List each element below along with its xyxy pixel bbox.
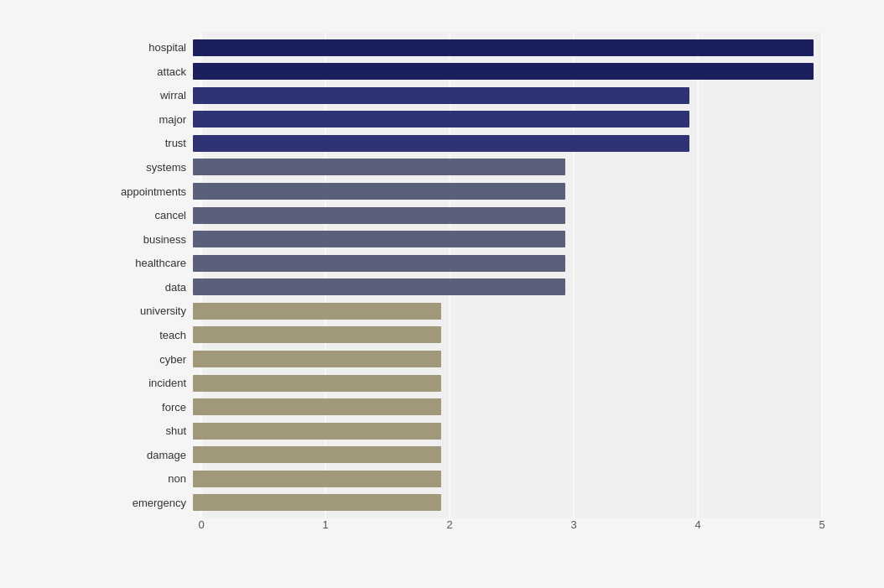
bar-label: force	[101, 401, 193, 414]
bar-row: emergency	[101, 494, 839, 511]
bar-row: healthcare	[101, 255, 839, 272]
bar	[193, 255, 565, 272]
bar	[193, 494, 441, 511]
bar-label: appointments	[101, 185, 193, 198]
bar-row: wirral	[101, 87, 839, 104]
x-tick: 3	[570, 518, 576, 531]
bars-area: hospitalattackwirralmajortrustsystemsapp…	[101, 32, 867, 518]
bar-row: attack	[101, 63, 839, 80]
bar-row: incident	[101, 375, 839, 392]
bar	[193, 183, 565, 200]
bar	[193, 231, 565, 247]
bar-row: hospital	[101, 39, 839, 56]
bar-label: attack	[101, 65, 193, 78]
bar	[193, 303, 441, 320]
x-tick: 2	[446, 518, 452, 531]
bar	[193, 87, 689, 104]
bar-row: trust	[101, 135, 839, 152]
bar-label: teach	[101, 329, 193, 341]
bar-row: university	[101, 303, 839, 320]
bar	[193, 63, 814, 80]
bar-label: systems	[101, 161, 193, 174]
bar-row: data	[101, 278, 839, 295]
bar-label: non	[101, 472, 193, 485]
bar	[193, 39, 814, 56]
bar-row: force	[101, 398, 839, 415]
chart-container: hospitalattackwirralmajortrustsystemsapp…	[0, 0, 884, 588]
bar	[193, 471, 441, 487]
bar-label: data	[101, 281, 193, 294]
bar	[193, 135, 689, 152]
bar-label: cancel	[101, 209, 193, 221]
bar-label: wirral	[101, 89, 193, 101]
bar-row: teach	[101, 326, 839, 343]
bar	[193, 446, 441, 463]
bar	[193, 207, 565, 224]
bar	[193, 111, 689, 127]
bar-label: damage	[101, 449, 193, 461]
bar-row: appointments	[101, 183, 839, 200]
bar-label: hospital	[101, 41, 193, 54]
bar	[193, 159, 565, 175]
bar	[193, 423, 441, 440]
bar-row: shut	[101, 423, 839, 440]
bar-row: cyber	[101, 351, 839, 367]
x-tick: 5	[819, 518, 824, 531]
bar	[193, 278, 565, 295]
x-tick: 0	[198, 518, 204, 531]
bar	[193, 398, 441, 415]
bar	[193, 375, 441, 392]
bar-label: business	[101, 233, 193, 246]
x-axis: 012345	[101, 518, 839, 544]
bar-row: systems	[101, 159, 839, 175]
bar-label: major	[101, 113, 193, 126]
bar-row: cancel	[101, 207, 839, 224]
bar-row: major	[101, 111, 839, 127]
bar-row: business	[101, 231, 839, 247]
bar-row: damage	[101, 446, 839, 463]
bar-label: incident	[101, 377, 193, 389]
x-tick: 4	[694, 518, 700, 531]
x-tick: 1	[322, 518, 328, 531]
bar-label: trust	[101, 137, 193, 149]
bar-row: non	[101, 471, 839, 487]
bar-label: shut	[101, 424, 193, 437]
bar	[193, 326, 441, 343]
bar-label: university	[101, 304, 193, 317]
bar-label: cyber	[101, 353, 193, 366]
bar-label: emergency	[101, 497, 193, 509]
bar	[193, 351, 441, 367]
bar-label: healthcare	[101, 257, 193, 269]
